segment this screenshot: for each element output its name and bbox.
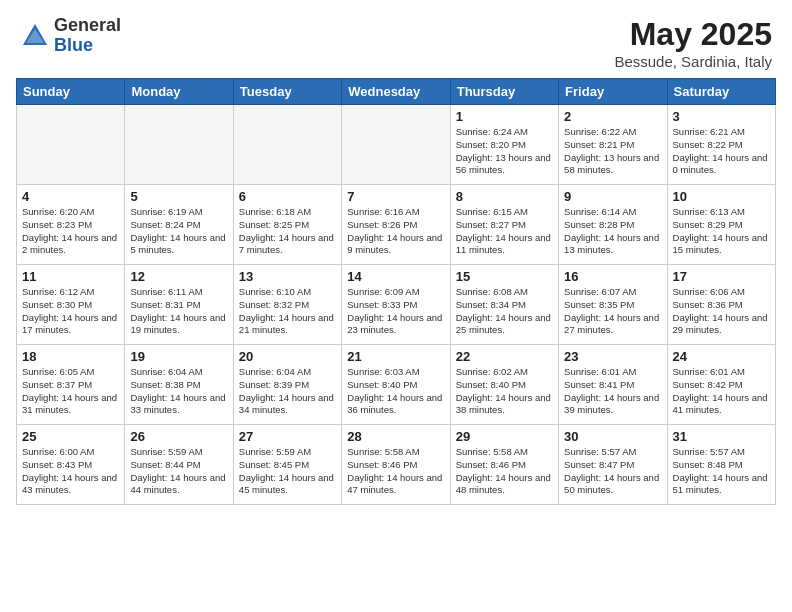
- calendar-cell-18: 18Sunrise: 6:05 AMSunset: 8:37 PMDayligh…: [17, 345, 125, 425]
- day-info: Sunrise: 6:10 AMSunset: 8:32 PMDaylight:…: [239, 286, 336, 337]
- header-tuesday: Tuesday: [233, 79, 341, 105]
- calendar-week-5: 25Sunrise: 6:00 AMSunset: 8:43 PMDayligh…: [17, 425, 776, 505]
- day-info: Sunrise: 5:57 AMSunset: 8:47 PMDaylight:…: [564, 446, 661, 497]
- calendar-cell-19: 19Sunrise: 6:04 AMSunset: 8:38 PMDayligh…: [125, 345, 233, 425]
- day-number: 18: [22, 349, 119, 364]
- day-number: 9: [564, 189, 661, 204]
- calendar-cell-empty: [17, 105, 125, 185]
- day-number: 8: [456, 189, 553, 204]
- day-info: Sunrise: 5:59 AMSunset: 8:44 PMDaylight:…: [130, 446, 227, 497]
- day-info: Sunrise: 6:04 AMSunset: 8:38 PMDaylight:…: [130, 366, 227, 417]
- day-number: 26: [130, 429, 227, 444]
- day-number: 22: [456, 349, 553, 364]
- header-wednesday: Wednesday: [342, 79, 450, 105]
- day-info: Sunrise: 6:21 AMSunset: 8:22 PMDaylight:…: [673, 126, 770, 177]
- calendar-cell-26: 26Sunrise: 5:59 AMSunset: 8:44 PMDayligh…: [125, 425, 233, 505]
- day-number: 10: [673, 189, 770, 204]
- calendar-cell-25: 25Sunrise: 6:00 AMSunset: 8:43 PMDayligh…: [17, 425, 125, 505]
- day-number: 24: [673, 349, 770, 364]
- calendar-table: Sunday Monday Tuesday Wednesday Thursday…: [16, 78, 776, 505]
- day-info: Sunrise: 6:16 AMSunset: 8:26 PMDaylight:…: [347, 206, 444, 257]
- day-number: 30: [564, 429, 661, 444]
- day-number: 2: [564, 109, 661, 124]
- location: Bessude, Sardinia, Italy: [614, 53, 772, 70]
- calendar-week-4: 18Sunrise: 6:05 AMSunset: 8:37 PMDayligh…: [17, 345, 776, 425]
- day-number: 16: [564, 269, 661, 284]
- month-title: May 2025: [614, 16, 772, 53]
- header-thursday: Thursday: [450, 79, 558, 105]
- day-number: 15: [456, 269, 553, 284]
- day-number: 21: [347, 349, 444, 364]
- calendar-header: Sunday Monday Tuesday Wednesday Thursday…: [17, 79, 776, 105]
- calendar-cell-20: 20Sunrise: 6:04 AMSunset: 8:39 PMDayligh…: [233, 345, 341, 425]
- calendar-cell-13: 13Sunrise: 6:10 AMSunset: 8:32 PMDayligh…: [233, 265, 341, 345]
- day-number: 23: [564, 349, 661, 364]
- day-number: 19: [130, 349, 227, 364]
- calendar-cell-21: 21Sunrise: 6:03 AMSunset: 8:40 PMDayligh…: [342, 345, 450, 425]
- calendar-cell-12: 12Sunrise: 6:11 AMSunset: 8:31 PMDayligh…: [125, 265, 233, 345]
- day-number: 25: [22, 429, 119, 444]
- calendar-cell-empty: [125, 105, 233, 185]
- day-number: 12: [130, 269, 227, 284]
- logo-general: General: [54, 16, 121, 36]
- page-header: General Blue May 2025 Bessude, Sardinia,…: [0, 0, 792, 78]
- calendar-cell-6: 6Sunrise: 6:18 AMSunset: 8:25 PMDaylight…: [233, 185, 341, 265]
- header-sunday: Sunday: [17, 79, 125, 105]
- day-number: 5: [130, 189, 227, 204]
- calendar-cell-2: 2Sunrise: 6:22 AMSunset: 8:21 PMDaylight…: [559, 105, 667, 185]
- day-info: Sunrise: 6:03 AMSunset: 8:40 PMDaylight:…: [347, 366, 444, 417]
- title-block: May 2025 Bessude, Sardinia, Italy: [614, 16, 772, 70]
- calendar-cell-24: 24Sunrise: 6:01 AMSunset: 8:42 PMDayligh…: [667, 345, 775, 425]
- day-number: 6: [239, 189, 336, 204]
- calendar-cell-27: 27Sunrise: 5:59 AMSunset: 8:45 PMDayligh…: [233, 425, 341, 505]
- calendar-cell-16: 16Sunrise: 6:07 AMSunset: 8:35 PMDayligh…: [559, 265, 667, 345]
- day-info: Sunrise: 6:00 AMSunset: 8:43 PMDaylight:…: [22, 446, 119, 497]
- day-headers-row: Sunday Monday Tuesday Wednesday Thursday…: [17, 79, 776, 105]
- day-info: Sunrise: 6:12 AMSunset: 8:30 PMDaylight:…: [22, 286, 119, 337]
- day-info: Sunrise: 6:11 AMSunset: 8:31 PMDaylight:…: [130, 286, 227, 337]
- day-info: Sunrise: 6:09 AMSunset: 8:33 PMDaylight:…: [347, 286, 444, 337]
- day-info: Sunrise: 6:07 AMSunset: 8:35 PMDaylight:…: [564, 286, 661, 337]
- calendar-cell-9: 9Sunrise: 6:14 AMSunset: 8:28 PMDaylight…: [559, 185, 667, 265]
- calendar-cell-30: 30Sunrise: 5:57 AMSunset: 8:47 PMDayligh…: [559, 425, 667, 505]
- calendar-cell-11: 11Sunrise: 6:12 AMSunset: 8:30 PMDayligh…: [17, 265, 125, 345]
- day-info: Sunrise: 5:58 AMSunset: 8:46 PMDaylight:…: [347, 446, 444, 497]
- calendar-cell-empty: [233, 105, 341, 185]
- calendar-cell-4: 4Sunrise: 6:20 AMSunset: 8:23 PMDaylight…: [17, 185, 125, 265]
- logo-text: General Blue: [54, 16, 121, 56]
- day-number: 1: [456, 109, 553, 124]
- day-info: Sunrise: 6:06 AMSunset: 8:36 PMDaylight:…: [673, 286, 770, 337]
- day-number: 17: [673, 269, 770, 284]
- day-info: Sunrise: 6:04 AMSunset: 8:39 PMDaylight:…: [239, 366, 336, 417]
- day-info: Sunrise: 6:15 AMSunset: 8:27 PMDaylight:…: [456, 206, 553, 257]
- header-friday: Friday: [559, 79, 667, 105]
- calendar-cell-22: 22Sunrise: 6:02 AMSunset: 8:40 PMDayligh…: [450, 345, 558, 425]
- day-info: Sunrise: 6:19 AMSunset: 8:24 PMDaylight:…: [130, 206, 227, 257]
- day-number: 7: [347, 189, 444, 204]
- calendar-cell-5: 5Sunrise: 6:19 AMSunset: 8:24 PMDaylight…: [125, 185, 233, 265]
- day-info: Sunrise: 6:14 AMSunset: 8:28 PMDaylight:…: [564, 206, 661, 257]
- day-number: 27: [239, 429, 336, 444]
- day-number: 3: [673, 109, 770, 124]
- calendar-cell-23: 23Sunrise: 6:01 AMSunset: 8:41 PMDayligh…: [559, 345, 667, 425]
- day-number: 13: [239, 269, 336, 284]
- calendar-cell-1: 1Sunrise: 6:24 AMSunset: 8:20 PMDaylight…: [450, 105, 558, 185]
- day-number: 28: [347, 429, 444, 444]
- calendar-cell-empty: [342, 105, 450, 185]
- day-info: Sunrise: 6:24 AMSunset: 8:20 PMDaylight:…: [456, 126, 553, 177]
- day-info: Sunrise: 6:01 AMSunset: 8:42 PMDaylight:…: [673, 366, 770, 417]
- day-info: Sunrise: 6:13 AMSunset: 8:29 PMDaylight:…: [673, 206, 770, 257]
- day-number: 4: [22, 189, 119, 204]
- calendar-cell-15: 15Sunrise: 6:08 AMSunset: 8:34 PMDayligh…: [450, 265, 558, 345]
- day-info: Sunrise: 6:01 AMSunset: 8:41 PMDaylight:…: [564, 366, 661, 417]
- calendar-wrapper: Sunday Monday Tuesday Wednesday Thursday…: [0, 78, 792, 513]
- calendar-body: 1Sunrise: 6:24 AMSunset: 8:20 PMDaylight…: [17, 105, 776, 505]
- day-number: 29: [456, 429, 553, 444]
- calendar-cell-7: 7Sunrise: 6:16 AMSunset: 8:26 PMDaylight…: [342, 185, 450, 265]
- day-info: Sunrise: 6:22 AMSunset: 8:21 PMDaylight:…: [564, 126, 661, 177]
- calendar-cell-10: 10Sunrise: 6:13 AMSunset: 8:29 PMDayligh…: [667, 185, 775, 265]
- logo: General Blue: [20, 16, 121, 56]
- header-saturday: Saturday: [667, 79, 775, 105]
- day-info: Sunrise: 5:59 AMSunset: 8:45 PMDaylight:…: [239, 446, 336, 497]
- day-info: Sunrise: 6:18 AMSunset: 8:25 PMDaylight:…: [239, 206, 336, 257]
